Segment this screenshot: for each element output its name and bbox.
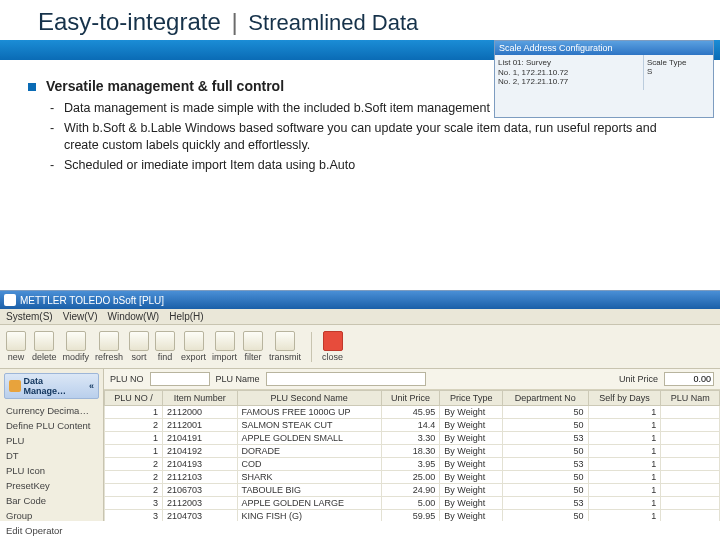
data-grid[interactable]: PLU NO /Item NumberPLU Second NameUnit P…	[104, 390, 720, 521]
dash-icon: -	[50, 120, 56, 154]
menu-item[interactable]: View(V)	[63, 311, 98, 322]
toolbar-transmit-button[interactable]: transmit	[269, 331, 301, 362]
toolbar-close-button[interactable]: close	[322, 331, 343, 362]
table-row[interactable]: 32112003APPLE GOLDEN LARGE5.00By Weight5…	[105, 497, 720, 510]
table-row[interactable]: 22112001SALMON STEAK CUT14.4By Weight501	[105, 419, 720, 432]
toolbar-new-button[interactable]: new	[6, 331, 26, 362]
sidebar-item[interactable]: PLU	[4, 433, 99, 448]
filter-input-pluname[interactable]	[266, 372, 426, 386]
sidebar-item[interactable]: Edit Operator	[4, 523, 99, 538]
toolbar-export-button[interactable]: export	[181, 331, 206, 362]
config-thumb: Scale Address Configuration List 01: Sur…	[494, 40, 714, 118]
filter-row: PLU NO PLU Name Unit Price	[104, 369, 720, 390]
filter-label-pluno: PLU NO	[110, 374, 144, 384]
sidebar-item[interactable]: Bar Code	[4, 493, 99, 508]
sidebar-item[interactable]: PLU Icon	[4, 463, 99, 478]
folder-icon	[9, 380, 21, 392]
new-icon	[6, 331, 26, 351]
refresh-icon	[99, 331, 119, 351]
thumb-row: No. 1, 172.21.10.72	[498, 68, 640, 78]
sort-icon	[129, 331, 149, 351]
thumb-side-label: Scale Type	[647, 58, 710, 67]
column-header[interactable]: PLU Nam	[661, 391, 720, 406]
thumb-row: List 01: Survey	[498, 58, 640, 68]
table-row[interactable]: 32104703KING FISH (G)59.95By Weight501	[105, 510, 720, 522]
title-main: Easy-to-integrate	[38, 8, 221, 35]
slide-title: Easy-to-integrate | Streamlined Data	[38, 8, 720, 36]
column-header[interactable]: Item Number	[163, 391, 238, 406]
bullet-heading: Versatile management & full control	[46, 78, 284, 94]
column-header[interactable]: PLU Second Name	[237, 391, 381, 406]
toolbar-filter-button[interactable]: filter	[243, 331, 263, 362]
filter-label-unitprice: Unit Price	[619, 374, 658, 384]
transmit-icon	[275, 331, 295, 351]
menu-item[interactable]: Window(W)	[108, 311, 160, 322]
sidebar-item[interactable]: DT	[4, 448, 99, 463]
collapse-icon[interactable]: «	[89, 381, 94, 391]
toolbar-import-button[interactable]: import	[212, 331, 237, 362]
dash-icon: -	[50, 157, 56, 174]
column-header[interactable]: PLU NO /	[105, 391, 163, 406]
dash-icon: -	[50, 100, 56, 117]
table-row[interactable]: 22106703TABOULE BIG24.90By Weight501	[105, 484, 720, 497]
column-header[interactable]: Unit Price	[381, 391, 440, 406]
thumb-title: Scale Address Configuration	[495, 41, 713, 55]
import-icon	[215, 331, 235, 351]
close-icon	[323, 331, 343, 351]
thumb-side-val: S	[647, 67, 710, 76]
filter-icon	[243, 331, 263, 351]
sidebar-item[interactable]: Currency Decima…	[4, 403, 99, 418]
sidebar-item[interactable]: Define PLU Content	[4, 418, 99, 433]
app-menubar[interactable]: System(S)View(V)Window(W)Help(H)	[0, 309, 720, 325]
column-header[interactable]: Price Type	[440, 391, 503, 406]
toolbar-refresh-button[interactable]: refresh	[95, 331, 123, 362]
toolbar-sort-button[interactable]: sort	[129, 331, 149, 362]
sidebar-heading[interactable]: Data Manage… «	[4, 373, 99, 399]
table-row[interactable]: 12104192DORADE18.30By Weight501	[105, 445, 720, 458]
find-icon	[155, 331, 175, 351]
filter-input-unitprice[interactable]	[664, 372, 714, 386]
toolbar-find-button[interactable]: find	[155, 331, 175, 362]
sidebar-item[interactable]: PresetKey	[4, 478, 99, 493]
app-icon	[4, 294, 16, 306]
app-sidebar: Data Manage… « Currency Decima…Define PL…	[0, 369, 104, 521]
export-icon	[184, 331, 204, 351]
table-row[interactable]: 22104193COD3.95By Weight531	[105, 458, 720, 471]
filter-label-pluname: PLU Name	[216, 374, 260, 384]
delete-icon	[34, 331, 54, 351]
table-row[interactable]: 12112000FAMOUS FREE 1000G UP45.95By Weig…	[105, 406, 720, 419]
filter-input-pluno[interactable]	[150, 372, 210, 386]
toolbar-modify-button[interactable]: modify	[63, 331, 90, 362]
app-titlebar: METTLER TOLEDO bSoft [PLU]	[0, 291, 720, 309]
modify-icon	[66, 331, 86, 351]
toolbar-delete-button[interactable]: delete	[32, 331, 57, 362]
thumb-row: No. 2, 172.21.10.77	[498, 77, 640, 87]
menu-item[interactable]: Help(H)	[169, 311, 203, 322]
table-row[interactable]: 12104191APPLE GOLDEN SMALL3.30By Weight5…	[105, 432, 720, 445]
sidebar-item[interactable]: Group	[4, 508, 99, 523]
sidebar-head-text: Data Manage…	[24, 376, 86, 396]
column-header[interactable]: Self by Days	[588, 391, 661, 406]
column-header[interactable]: Department No	[503, 391, 589, 406]
menu-item[interactable]: System(S)	[6, 311, 53, 322]
title-pipe: |	[231, 8, 237, 35]
bullet-item-text: With b.Soft & b.Lable Windows based soft…	[64, 120, 692, 154]
app-toolbar: newdeletemodifyrefreshsortfindexportimpo…	[0, 325, 720, 369]
bullet-square-icon	[28, 83, 36, 91]
title-sub: Streamlined Data	[248, 10, 418, 35]
bullet-item-text: Scheduled or imediate import Item data u…	[64, 157, 355, 174]
table-row[interactable]: 22112103SHARK25.00By Weight501	[105, 471, 720, 484]
app-title-text: METTLER TOLEDO bSoft [PLU]	[20, 295, 164, 306]
bsoft-app-window: METTLER TOLEDO bSoft [PLU] System(S)View…	[0, 290, 720, 520]
